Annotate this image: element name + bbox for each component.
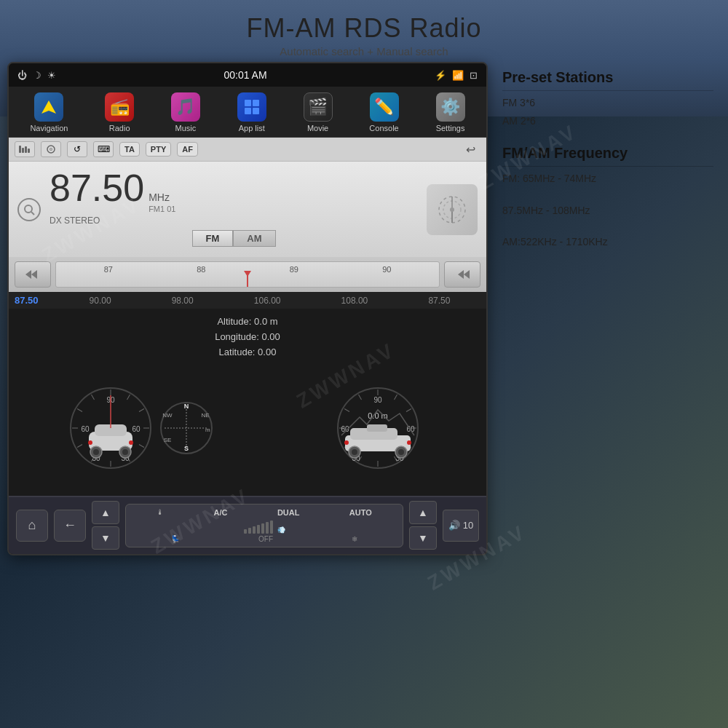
temp-up-button[interactable]: ▲ [409,501,437,524]
temp-down-button[interactable]: ▼ [409,526,437,550]
gauges-row: 90 60 60 30 30 [15,366,480,490]
presets-title: Pre-set Stations [502,69,713,86]
applist-icon [237,92,266,122]
radio-frequency-display: 87.50 MHz FM1 01 DX STEREO FM AM [50,169,418,250]
refresh-button[interactable]: ↺ [67,141,87,157]
altitude-value: 0.0 m [254,316,278,327]
radio-back-button[interactable]: ↩ [460,141,480,157]
svg-rect-80 [367,424,387,432]
ac-icon: 🌡 [157,508,164,516]
svg-text:SE: SE [163,437,171,443]
page-subtitle: Automatic search + Manual search [0,45,728,58]
altitude-label: Altitude: [217,316,251,327]
tuner-section: 87 88 89 90 [9,257,486,292]
gps-info: Altitude: 0.0 m Longitude: 0.00 Latitude… [15,314,480,360]
app-item-navigation[interactable]: Navigation [25,91,72,134]
preset-current: 87.50 [15,295,55,306]
settings-label: Settings [436,124,465,132]
app-bar: Navigation 📻 Radio 🎵 Music App [9,87,486,138]
settings-icon: ⚙️ [436,92,465,122]
app-item-settings[interactable]: ⚙️ Settings [432,91,470,134]
ta-button[interactable]: TA [119,142,140,157]
right-gauge-1: 90 60 60 30 30 0.0 m [327,366,429,490]
svg-point-47 [88,440,92,445]
presets-fm: FM 3*6 [502,94,713,112]
radio-main-display: 87.50 MHz FM1 01 DX STEREO FM AM [9,162,486,257]
svg-text:60: 60 [81,425,90,433]
app-item-applist[interactable]: App list [233,91,271,134]
status-right-icons: ⚡ 📶 ⊡ [435,70,478,81]
radio-search-icon[interactable] [17,198,41,221]
svg-marker-20 [25,270,31,279]
svg-marker-19 [31,270,37,279]
svg-marker-0 [41,100,56,114]
track-up-button[interactable]: ▲ [92,501,119,524]
svg-rect-7 [25,146,27,153]
frequency-section: FM/AM Frequency FM: 65MHz - 74MHz 87.5MH… [502,145,713,251]
presets-section: Pre-set Stations FM 3*6 AM 2*6 [502,69,713,130]
preset-2[interactable]: 98.00 [172,296,194,306]
power-icon: ⏻ [17,70,27,81]
preset-3[interactable]: 106.00 [254,296,281,306]
gps-section: Altitude: 0.0 m Longitude: 0.00 Latitude… [9,309,486,495]
svg-rect-8 [28,149,30,153]
svg-point-46 [122,449,128,455]
radio-icon: 📻 [105,92,134,122]
main-layout: ⏻ ☽ ☀ 00:01 AM ⚡ 📶 ⊡ [0,62,728,728]
cd-button[interactable] [41,141,61,157]
pty-button[interactable]: PTY [146,142,171,157]
music-label: Music [175,124,197,132]
right-panel: Pre-set Stations FM 3*6 AM 2*6 FM/AM Fre… [495,62,721,728]
svg-line-13 [31,212,34,215]
radio-toolbar: ↺ ⌨ TA PTY AF ↩ [9,138,486,162]
fan-max-icon: ❄ [352,535,357,543]
wifi-icon: 📶 [452,70,464,81]
preset-list: 90.00 98.00 106.00 108.00 87.50 [59,296,480,306]
preset-1[interactable]: 90.00 [90,296,111,306]
preset-5[interactable]: 87.50 [428,296,450,306]
status-left-icons: ⏻ ☽ ☀ [17,70,56,81]
freq-unit: MHz FM1 01 [149,191,175,214]
svg-marker-21 [458,270,464,279]
freq-number: 87.50 [50,169,144,207]
app-item-radio[interactable]: 📻 Radio [100,91,138,134]
app-item-music[interactable]: 🎵 Music [167,91,205,134]
auto-label: AUTO [349,508,372,517]
app-item-movie[interactable]: 🎬 Movie [299,91,337,134]
fan-bars: 💨 [132,519,397,534]
svg-rect-2 [253,100,259,106]
freq-fm2: 87.5MHz - 108MHz [502,202,713,220]
mark-89: 89 [290,265,298,274]
page-title: FM-AM RDS Radio [0,13,728,44]
svg-text:NE: NE [201,412,209,419]
seat-icon: 💺 [171,535,180,543]
radio-mode-info: DX STEREO [50,215,418,226]
svg-rect-4 [253,108,259,114]
longitude-value: 0.00 [262,331,280,342]
af-button[interactable]: AF [177,142,198,157]
app-item-console[interactable]: ✏️ Console [365,91,403,134]
svg-marker-22 [464,270,470,279]
track-down-button[interactable]: ▼ [92,526,119,550]
svg-text:90: 90 [373,396,382,404]
left-gauge-cluster: 90 60 60 30 30 [67,366,215,490]
preset-4[interactable]: 108.00 [341,296,368,306]
speaker-icon: 🔊 [448,520,460,531]
longitude-label: Longitude: [215,331,259,342]
svg-rect-1 [245,100,251,106]
keyboard-button[interactable]: ⌨ [93,141,114,157]
fm-button[interactable]: FM [192,230,234,247]
svg-point-11 [50,149,52,150]
home-button[interactable]: ⌂ [16,510,48,542]
applist-label: App list [239,124,265,132]
back-button[interactable]: ← [54,510,86,542]
tuner-prev-button[interactable] [15,261,51,288]
tuner-next-button[interactable] [444,261,480,288]
am-button[interactable]: AM [233,230,275,247]
svg-point-86 [407,440,411,445]
svg-point-84 [398,449,404,455]
tuner-needle [247,275,248,287]
eq-button[interactable] [15,141,35,157]
page-container: FM-AM RDS Radio Automatic search + Manua… [0,0,728,728]
volume-display: 🔊 10 [443,510,479,542]
